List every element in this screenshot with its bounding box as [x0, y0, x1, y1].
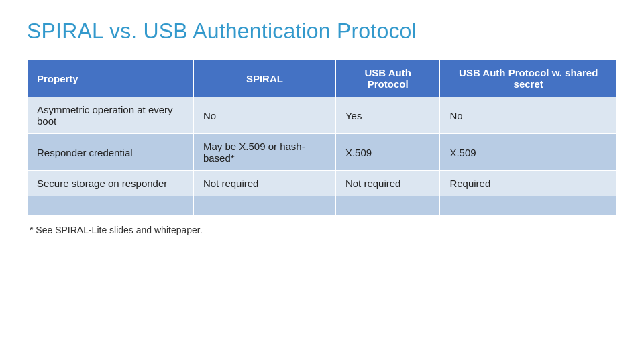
- table-row-empty: [28, 196, 617, 215]
- cell-usb-auth-0: Yes: [335, 97, 439, 134]
- cell-property-0: Asymmetric operation at every boot: [28, 97, 194, 134]
- cell-spiral-0: No: [193, 97, 335, 134]
- cell-spiral-3: [193, 196, 335, 215]
- cell-usb-shared-2: Required: [440, 171, 617, 196]
- cell-spiral-2: Not required: [193, 171, 335, 196]
- cell-usb-auth-3: [335, 196, 439, 215]
- cell-property-2: Secure storage on responder: [28, 171, 194, 196]
- col-header-spiral: SPIRAL: [193, 60, 335, 97]
- col-header-property: Property: [28, 60, 194, 97]
- col-header-usb-auth: USB Auth Protocol: [335, 60, 439, 97]
- cell-usb-auth-2: Not required: [335, 171, 439, 196]
- comparison-table: Property SPIRAL USB Auth Protocol USB Au…: [27, 60, 617, 215]
- cell-property-3: [28, 196, 194, 215]
- cell-usb-shared-1: X.509: [440, 134, 617, 171]
- page-container: SPIRAL vs. USB Authentication Protocol P…: [0, 0, 644, 362]
- table-row: Secure storage on responder Not required…: [28, 171, 617, 196]
- table-row: Responder credential May be X.509 or has…: [28, 134, 617, 171]
- cell-spiral-1: May be X.509 or hash-based*: [193, 134, 335, 171]
- cell-usb-shared-0: No: [440, 97, 617, 134]
- footnote-text: * See SPIRAL-Lite slides and whitepaper.: [27, 225, 617, 235]
- cell-property-1: Responder credential: [28, 134, 194, 171]
- table-header-row: Property SPIRAL USB Auth Protocol USB Au…: [28, 60, 617, 97]
- table-row: Asymmetric operation at every boot No Ye…: [28, 97, 617, 134]
- page-title: SPIRAL vs. USB Authentication Protocol: [27, 19, 617, 44]
- cell-usb-shared-3: [440, 196, 617, 215]
- cell-usb-auth-1: X.509: [335, 134, 439, 171]
- col-header-usb-shared: USB Auth Protocol w. shared secret: [440, 60, 617, 97]
